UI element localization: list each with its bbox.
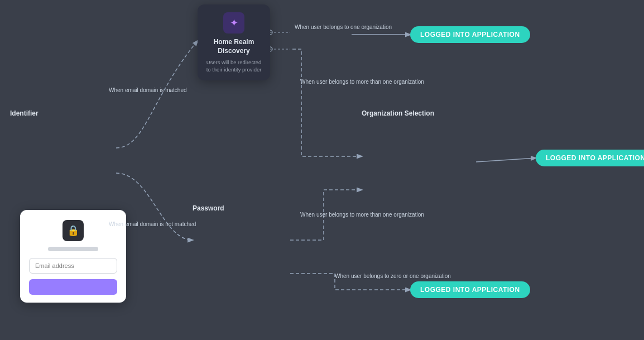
identifier-label: Identifier <box>10 109 39 117</box>
label-user-more-org-bottom: When user belongs to more than one organ… <box>300 211 424 219</box>
hrd-icon: ✦ <box>223 12 244 33</box>
identifier-card-wrapper: 🔒 Identifier <box>10 105 39 117</box>
label-user-one-org: When user belongs to one organization <box>295 23 392 31</box>
label-user-more-org-top: When user belongs to more than one organ… <box>300 78 424 86</box>
org-selection-label: Organization Selection <box>362 109 434 117</box>
identifier-lock-icon: 🔒 <box>63 220 84 241</box>
org-card-wrapper: ⊞ A Acme Inc. B Big Co. Organization Sel… <box>362 105 434 117</box>
logged-badge-middle: LOGGED INTO APPLICATION <box>536 150 644 166</box>
hrd-description: Users will be redirected to their identi… <box>204 59 263 74</box>
label-email-domain-matched: When email domain is matched <box>109 87 187 94</box>
logged-badge-bottom: LOGGED INTO APPLICATION <box>410 281 530 298</box>
logged-badge-top: LOGGED INTO APPLICATION <box>410 26 530 43</box>
wand-icon: ✦ <box>230 17 238 29</box>
hrd-card: ✦ Home Realm Discovery Users will be red… <box>198 4 270 80</box>
label-email-domain-not-matched: When email domain is not matched <box>109 221 196 228</box>
identifier-email-input[interactable] <box>29 258 117 274</box>
svg-line-5 <box>476 158 536 162</box>
identifier-submit-button[interactable] <box>29 279 117 295</box>
label-user-zero-one-org: When user belongs to zero or one organiz… <box>335 272 451 280</box>
hrd-title: Home Realm Discovery <box>204 38 263 55</box>
identifier-title-bar <box>48 247 98 251</box>
password-label: Password <box>193 204 224 212</box>
password-card-wrapper: 🔒 👁 Password <box>193 200 224 212</box>
